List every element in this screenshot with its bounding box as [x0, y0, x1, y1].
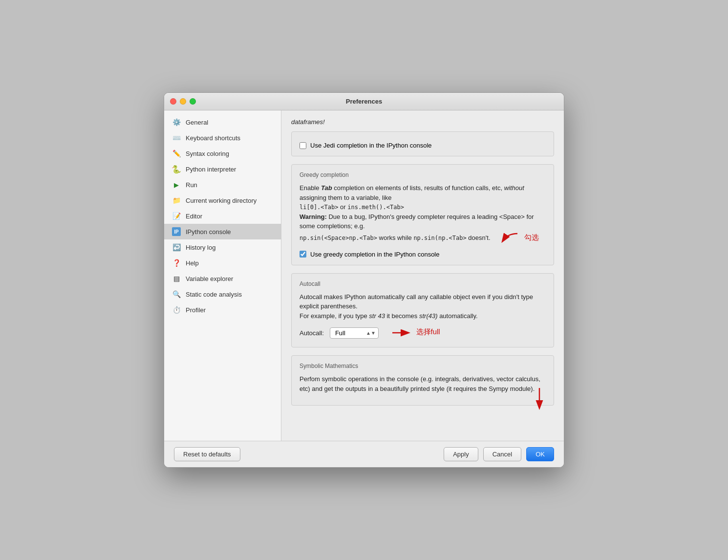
symbolic-description: Perfom symbolic operations in the consol…	[300, 374, 546, 393]
greedy-checkbox[interactable]	[300, 251, 306, 258]
window-title: Preferences	[346, 98, 382, 105]
folder-icon: 📁	[172, 196, 181, 205]
jedi-section: Use Jedi completion in the IPython conso…	[291, 131, 554, 156]
main-content: dataframes! Use Jedi completion in the I…	[281, 110, 564, 441]
sidebar-item-keyboard-shortcuts[interactable]: ⌨️ Keyboard shortcuts	[164, 130, 281, 146]
cancel-button[interactable]: Cancel	[483, 447, 521, 461]
sidebar-label-history-log: History log	[186, 244, 215, 251]
annotation-arrow-greedy	[498, 231, 522, 246]
sidebar-label-syntax-coloring: Syntax coloring	[186, 150, 229, 157]
autocall-label: Autocall:	[300, 329, 324, 337]
sidebar-item-help[interactable]: ❓ Help	[164, 255, 281, 271]
sidebar-item-editor[interactable]: 📝 Editor	[164, 208, 281, 224]
autocall-select[interactable]: Off Smart Full	[330, 327, 379, 339]
edit-icon: 📝	[172, 212, 181, 220]
greedy-checkbox-label[interactable]: Use greedy completion in the IPython con…	[310, 251, 440, 258]
autocall-select-wrapper: Off Smart Full ▲▼	[330, 327, 379, 339]
autocall-section-title: Autocall	[300, 280, 546, 287]
sidebar-label-keyboard-shortcuts: Keyboard shortcuts	[186, 134, 240, 142]
maximize-button[interactable]	[190, 98, 196, 105]
sidebar-item-ipython-console[interactable]: IP IPython console	[164, 224, 281, 239]
sidebar-item-variable-explorer[interactable]: ▤ Variable explorer	[164, 271, 281, 286]
sidebar: ⚙️ General ⌨️ Keyboard shortcuts ✏️ Synt…	[164, 110, 281, 441]
sidebar-label-general: General	[186, 119, 208, 126]
traffic-lights	[170, 98, 196, 105]
python-icon: 🐍	[172, 165, 181, 173]
sidebar-item-history-log[interactable]: ↩️ History log	[164, 239, 281, 255]
help-icon: ❓	[172, 258, 181, 267]
sidebar-label-run: Run	[186, 181, 197, 189]
ipython-icon: IP	[172, 227, 181, 236]
autocall-annotation-text: 选择full	[416, 327, 440, 336]
sidebar-item-syntax-coloring[interactable]: ✏️ Syntax coloring	[164, 146, 281, 161]
jedi-checkbox[interactable]	[300, 142, 306, 149]
symbolic-section-title: Symbolic Mathematics	[300, 363, 546, 369]
sidebar-item-python-interpreter[interactable]: 🐍 Python interpreter	[164, 161, 281, 177]
scroll-content: dataframes! Use Jedi completion in the I…	[281, 110, 564, 421]
reset-defaults-button[interactable]: Reset to defaults	[174, 447, 240, 461]
sidebar-label-static-code-analysis: Static code analysis	[186, 291, 242, 298]
titlebar: Preferences	[164, 93, 564, 110]
sidebar-item-profiler[interactable]: ⏱️ Profiler	[164, 302, 281, 318]
apply-button[interactable]: Apply	[444, 447, 478, 461]
sidebar-label-cwd: Current working directory	[186, 197, 257, 204]
ok-arrow-annotation	[530, 386, 549, 411]
sidebar-label-ipython-console: IPython console	[186, 228, 231, 236]
greedy-section: Greedy completion Enable Tab completion …	[291, 164, 554, 265]
content-area: ⚙️ General ⌨️ Keyboard shortcuts ✏️ Synt…	[164, 110, 564, 441]
minimize-button[interactable]	[180, 98, 186, 105]
sidebar-item-general[interactable]: ⚙️ General	[164, 114, 281, 130]
sidebar-item-run[interactable]: ▶ Run	[164, 177, 281, 193]
search-icon: 🔍	[172, 290, 181, 299]
sidebar-label-python-interpreter: Python interpreter	[186, 166, 236, 173]
footer: Reset to defaults Apply Cancel OK	[164, 441, 564, 467]
sidebar-label-help: Help	[186, 259, 199, 267]
sidebar-item-static-code-analysis[interactable]: 🔍 Static code analysis	[164, 286, 281, 302]
top-italic-text: dataframes!	[291, 118, 554, 126]
pencil-icon: ✏️	[172, 149, 181, 158]
symbolic-section: Symbolic Mathematics Perfom symbolic ope…	[291, 355, 554, 406]
ok-button[interactable]: OK	[526, 447, 554, 461]
sidebar-label-profiler: Profiler	[186, 306, 206, 314]
footer-action-buttons: Apply Cancel OK	[444, 447, 554, 461]
jedi-checkbox-label[interactable]: Use Jedi completion in the IPython conso…	[310, 142, 432, 149]
annotation-arrow-autocall	[387, 325, 414, 340]
greedy-description: Enable Tab completion on elements of lis…	[300, 183, 546, 246]
greedy-section-title: Greedy completion	[300, 172, 546, 178]
window-body: ⚙️ General ⌨️ Keyboard shortcuts ✏️ Synt…	[164, 110, 564, 467]
autocall-section: Autocall Autocall makes IPython automati…	[291, 273, 554, 348]
sidebar-item-cwd[interactable]: 📁 Current working directory	[164, 193, 281, 208]
sidebar-label-variable-explorer: Variable explorer	[186, 275, 233, 282]
autocall-row: Autocall: Off Smart Full ▲▼	[300, 325, 546, 340]
keyboard-icon: ⌨️	[172, 133, 181, 142]
timer-icon: ⏱️	[172, 305, 181, 314]
gear-icon: ⚙️	[172, 118, 181, 127]
history-icon: ↩️	[172, 243, 181, 252]
table-icon: ▤	[172, 274, 181, 283]
close-button[interactable]	[170, 98, 176, 105]
run-icon: ▶	[172, 180, 181, 189]
sidebar-label-editor: Editor	[186, 213, 202, 220]
greedy-checkbox-row: Use greedy completion in the IPython con…	[300, 251, 546, 258]
preferences-window: Preferences ⚙️ General ⌨️ Keyboard short…	[164, 92, 564, 468]
ok-arrow-icon	[530, 386, 549, 410]
jedi-checkbox-row: Use Jedi completion in the IPython conso…	[300, 142, 546, 149]
autocall-description: Autocall makes IPython automatically cal…	[300, 292, 546, 321]
greedy-annotation-text: 勾选	[524, 233, 539, 241]
